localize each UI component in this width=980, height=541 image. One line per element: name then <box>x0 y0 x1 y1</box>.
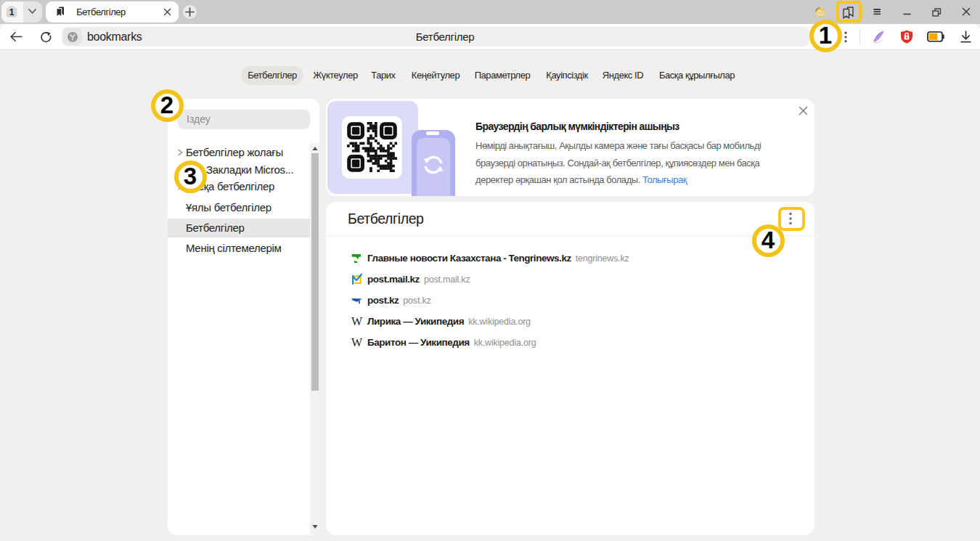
svg-text:1: 1 <box>9 7 15 17</box>
